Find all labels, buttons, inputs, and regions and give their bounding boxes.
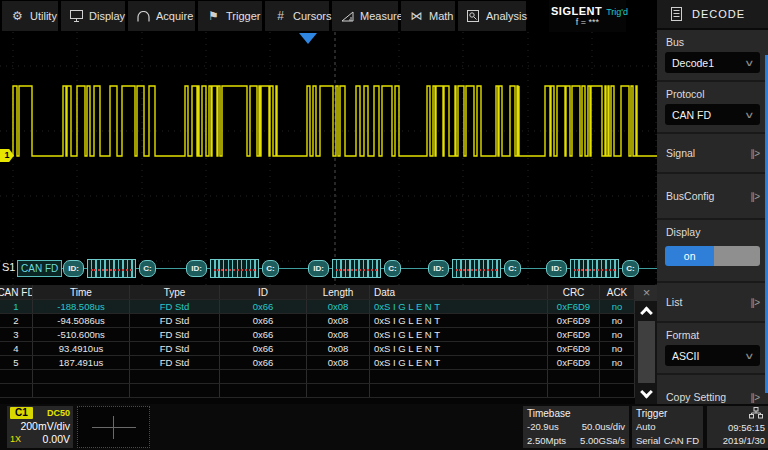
table-row[interactable] bbox=[0, 370, 658, 384]
display-icon bbox=[70, 10, 83, 22]
table-scrollbar: × bbox=[635, 285, 658, 404]
menu-item-label: Math bbox=[429, 10, 453, 22]
network-icon bbox=[749, 407, 763, 419]
bus-value: Decode1 bbox=[672, 57, 714, 69]
table-cell: 0x08 bbox=[307, 314, 370, 327]
table-cell: CRC bbox=[548, 285, 600, 299]
format-dropdown[interactable]: ASCII ∨ bbox=[665, 345, 760, 366]
menu-item-cursors[interactable]: #Cursors bbox=[265, 1, 329, 31]
menu-item-trigger[interactable]: ⚑Trigger bbox=[198, 1, 262, 31]
timebase-scale: 50.0us/div bbox=[582, 420, 625, 434]
decode-panel: DECODE Bus Decode1 ∨ Protocol CAN FD ∨ S… bbox=[657, 0, 768, 404]
table-cell: 0x66 bbox=[220, 356, 307, 369]
waveform-area[interactable]: 1 S1 CAN FD ID:C:ID:C:ID:C:ID:C:ID:C: bbox=[0, 32, 657, 285]
analysis-icon bbox=[467, 10, 480, 22]
decode-id-badge: ID: bbox=[63, 260, 84, 277]
busconfig-label: BusConfig bbox=[666, 190, 714, 202]
table-cell: FD Std bbox=[130, 314, 220, 327]
table-cell: 0x08 bbox=[307, 342, 370, 355]
chevron-down-icon: ∨ bbox=[744, 58, 755, 68]
list-menu-item[interactable]: List ∥> bbox=[657, 283, 768, 323]
trigger-icon: ⚑ bbox=[207, 9, 220, 23]
table-cell: 3 bbox=[0, 328, 33, 341]
clock-box[interactable]: 09:56:15 2019/1/30 bbox=[707, 406, 768, 448]
menu-item-label: Measure bbox=[360, 10, 403, 22]
table-cell: 0x08 bbox=[307, 300, 370, 313]
format-section: Format ASCII ∨ bbox=[657, 323, 768, 375]
menu-item-label: Analysis bbox=[486, 10, 527, 22]
signal-menu-item[interactable]: Signal ∥> bbox=[657, 134, 768, 174]
table-row[interactable]: 5187.491usFD Std0x660x080xS I G L E N T0… bbox=[0, 356, 658, 370]
menu-item-label: Display bbox=[89, 10, 125, 22]
table-row[interactable]: 1-188.508usFD Std0x660x080xS I G L E N T… bbox=[0, 300, 658, 314]
decode-crc-badge: C: bbox=[384, 260, 401, 277]
protocol-label: Protocol bbox=[657, 82, 768, 104]
table-cell: FD Std bbox=[130, 342, 220, 355]
menu-item-label: Cursors bbox=[293, 10, 332, 22]
menu-item-analysis[interactable]: Analysis bbox=[458, 1, 526, 31]
copy-setting-label: Copy Setting bbox=[666, 391, 726, 403]
table-scroll-track[interactable] bbox=[638, 321, 655, 383]
decode-bus-type-badge[interactable]: CAN FD bbox=[17, 260, 62, 277]
utility-icon: ⚙ bbox=[11, 9, 24, 23]
decode-crc-badge: C: bbox=[622, 260, 639, 277]
decode-id-badge: ID: bbox=[186, 260, 207, 277]
stuff-bit-dots bbox=[214, 269, 254, 271]
table-cell: 0x66 bbox=[220, 314, 307, 327]
list-label: List bbox=[666, 296, 682, 308]
channel1-descriptor[interactable]: C1 DC50 200mV/div 1X 0.00V bbox=[7, 406, 73, 448]
add-channel-placeholder[interactable] bbox=[77, 406, 150, 448]
table-scroll-up-button[interactable] bbox=[635, 302, 658, 320]
decode-list-table: CAN FDTimeTypeIDLengthDataCRCACK1-188.50… bbox=[0, 285, 658, 404]
format-label: Format bbox=[657, 323, 768, 345]
panel-title: DECODE bbox=[692, 8, 745, 20]
table-cell: no bbox=[600, 300, 635, 313]
table-cell: -510.600ns bbox=[33, 328, 130, 341]
acquire-icon bbox=[137, 11, 150, 22]
channel1-probe: 1X bbox=[10, 434, 21, 444]
menu-item-acquire[interactable]: Acquire bbox=[128, 1, 195, 31]
table-cell: 0xS I G L E N T bbox=[370, 342, 548, 355]
table-cell: 0xS I G L E N T bbox=[370, 314, 548, 327]
table-scroll-down-button[interactable] bbox=[635, 384, 658, 402]
table-cell: 0xF6D9 bbox=[548, 314, 600, 327]
table-row[interactable]: 2-94.5086usFD Std0x660x080xS I G L E N T… bbox=[0, 314, 658, 328]
table-close-button[interactable]: × bbox=[635, 285, 658, 301]
waveform-plot bbox=[0, 32, 657, 285]
channel1-scale: 200mV/div bbox=[10, 419, 70, 433]
menu-item-label: Utility bbox=[30, 10, 57, 22]
table-cell: FD Std bbox=[130, 356, 220, 369]
decode-crc-badge: C: bbox=[139, 260, 156, 277]
trigger-position-marker[interactable] bbox=[299, 33, 317, 44]
format-value: ASCII bbox=[672, 350, 699, 362]
table-cell: -188.508us bbox=[33, 300, 130, 313]
menu-item-math[interactable]: ⋈Math bbox=[401, 1, 455, 31]
table-row[interactable]: 3-510.600nsFD Std0x660x080xS I G L E N T… bbox=[0, 328, 658, 342]
table-row[interactable]: 493.4910usFD Std0x660x080xS I G L E N T0… bbox=[0, 342, 658, 356]
menu-item-display[interactable]: Display bbox=[61, 1, 125, 31]
table-cell: Time bbox=[33, 285, 130, 299]
channel1-badge: C1 bbox=[10, 407, 33, 419]
menu-item-measure[interactable]: Measure bbox=[332, 1, 398, 31]
table-cell: CAN FD bbox=[0, 285, 33, 299]
table-cell: no bbox=[600, 328, 635, 341]
timebase-descriptor[interactable]: Timebase -20.9us 50.0us/div 2.50Mpts 5.0… bbox=[523, 406, 629, 448]
channel1-coupling: DC50 bbox=[47, 408, 70, 418]
chevron-down-icon bbox=[640, 385, 653, 398]
menu-item-label: Trigger bbox=[226, 10, 260, 22]
bus-dropdown[interactable]: Decode1 ∨ bbox=[665, 52, 760, 73]
protocol-dropdown[interactable]: CAN FD ∨ bbox=[665, 104, 760, 125]
display-on-toggle[interactable]: on bbox=[665, 246, 760, 266]
menu-item-utility[interactable]: ⚙Utility bbox=[2, 1, 58, 31]
table-cell: no bbox=[600, 356, 635, 369]
table-row[interactable] bbox=[0, 384, 658, 398]
busconfig-menu-item[interactable]: BusConfig ∥> bbox=[657, 174, 768, 220]
trigger-descriptor[interactable]: Trigger Auto Serial CAN FD bbox=[632, 406, 703, 448]
signal-label: Signal bbox=[666, 147, 695, 159]
channel1-offset: 0.00V bbox=[43, 433, 70, 445]
display-section: Display on bbox=[657, 220, 768, 283]
table-cell: 0xS I G L E N T bbox=[370, 300, 548, 313]
decode-bus-index: S1 bbox=[2, 261, 15, 273]
table-cell bbox=[130, 370, 220, 383]
toggle-off-segment bbox=[714, 246, 760, 266]
